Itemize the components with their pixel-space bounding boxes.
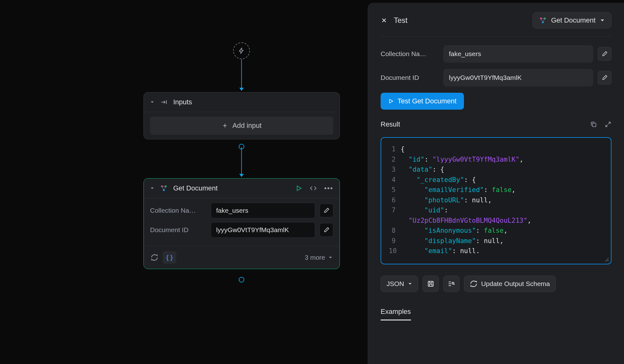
- connector: [241, 60, 242, 88]
- code-line: 5 "emailVerified": false,: [389, 185, 603, 195]
- code-content: "id": "lyyyGw0VtT9YfMq3amlK",: [401, 154, 523, 165]
- search-list-icon: [448, 280, 455, 288]
- line-number: 9: [389, 236, 401, 246]
- more-fields-dropdown[interactable]: 3 more: [305, 254, 333, 261]
- line-number: 1: [389, 144, 401, 154]
- code-content: "email": null.: [401, 246, 480, 256]
- svg-rect-8: [429, 281, 432, 283]
- run-node-icon[interactable]: [295, 185, 302, 192]
- panel-header: Test Get Document: [381, 12, 611, 37]
- save-icon: [427, 280, 434, 288]
- code-line: 10 "email": null.: [389, 246, 603, 256]
- resize-handle-icon[interactable]: [605, 257, 609, 262]
- connector: [241, 147, 242, 174]
- code-content: "data": {: [401, 164, 444, 175]
- pencil-icon: [323, 207, 330, 214]
- close-icon[interactable]: [381, 17, 387, 24]
- edit-collection-button[interactable]: [598, 47, 611, 61]
- test-button[interactable]: Test Get Document: [381, 93, 464, 110]
- code-line: 2 "id": "lyyyGw0VtT9YfMq3amlK",: [389, 154, 603, 165]
- code-content: {: [401, 144, 405, 154]
- format-dropdown-label: JSON: [387, 280, 404, 288]
- line-number: 10: [389, 246, 401, 256]
- svg-rect-9: [429, 284, 432, 286]
- play-icon: [388, 98, 394, 104]
- line-number: 8: [389, 226, 401, 236]
- pencil-icon: [601, 75, 608, 81]
- field-row-docid: Document ID lyyyGw0VtT9YfMq3amlK: [150, 222, 333, 238]
- pencil-icon: [323, 227, 330, 233]
- line-number: 4: [389, 175, 401, 185]
- collection-name-input[interactable]: fake_users: [443, 45, 593, 63]
- code-line: "Uz2pCb8FHBdnVGtoBLMQ4QouL213",: [389, 216, 603, 226]
- inputs-node[interactable]: Inputs Add input: [143, 92, 340, 139]
- chevron-down-icon: [328, 255, 333, 260]
- pencil-icon: [601, 51, 608, 57]
- document-id-value[interactable]: lyyyGw0VtT9YfMq3amlK: [211, 222, 315, 238]
- code-content: "displayName": null,: [401, 236, 504, 246]
- refresh-icon: [470, 280, 477, 288]
- line-number: [389, 216, 401, 226]
- update-schema-button[interactable]: Update Output Schema: [464, 276, 556, 292]
- chevron-down-icon[interactable]: [150, 186, 154, 190]
- json-template-button[interactable]: { }: [163, 251, 176, 264]
- workflow-canvas[interactable]: Inputs Add input Get Document ••• Collec…: [0, 0, 364, 364]
- code-content: "isAnonymous": false,: [401, 226, 507, 236]
- copy-icon[interactable]: [590, 121, 597, 128]
- output-port[interactable]: [239, 277, 244, 283]
- code-content: "emailVerified": false,: [401, 185, 516, 195]
- node-header: Get Document •••: [144, 179, 340, 198]
- collection-name-value[interactable]: fake_users: [211, 203, 315, 218]
- plus-icon: [222, 122, 228, 129]
- trigger-node[interactable]: [233, 42, 250, 59]
- expand-icon[interactable]: [605, 121, 611, 128]
- panel-field-docid: Document ID lyyyGw0VtT9YfMq3amlK: [381, 69, 611, 86]
- bolt-icon: [238, 47, 245, 54]
- node-selector-label: Get Document: [551, 16, 595, 24]
- line-number: 5: [389, 185, 401, 195]
- document-id-input[interactable]: lyyyGw0VtT9YfMq3amlK: [443, 69, 593, 86]
- save-icon-button[interactable]: [423, 276, 439, 292]
- field-label: Document ID: [150, 226, 206, 234]
- node-footer: { } 3 more: [144, 246, 340, 269]
- code-icon[interactable]: [310, 185, 317, 192]
- edit-collection-button[interactable]: [320, 204, 333, 217]
- result-label: Result: [381, 120, 400, 128]
- result-header: Result: [381, 120, 611, 128]
- connector-arrow-icon: [239, 88, 244, 91]
- code-line: 3 "data": {: [389, 164, 603, 175]
- line-number: 6: [389, 195, 401, 205]
- edit-docid-button[interactable]: [598, 71, 611, 85]
- tab-examples[interactable]: Examples: [381, 308, 411, 320]
- svg-rect-6: [592, 123, 596, 127]
- result-toolbar: JSON Update Output Schema: [381, 276, 611, 292]
- field-label: Collection Na…: [150, 207, 206, 214]
- format-dropdown[interactable]: JSON: [381, 276, 418, 292]
- field-label: Document ID: [381, 74, 439, 81]
- field-row-collection: Collection Na… fake_users: [150, 203, 333, 218]
- code-content: "uid":: [401, 205, 448, 216]
- code-content: "Uz2pCb8FHBdnVGtoBLMQ4QouL213",: [401, 216, 531, 226]
- code-line: 8 "isAnonymous": false,: [389, 226, 603, 236]
- get-document-node[interactable]: Get Document ••• Collection Na… fake_use…: [143, 178, 340, 269]
- more-menu-icon[interactable]: •••: [324, 184, 333, 192]
- code-content: "_createdBy": {: [401, 175, 476, 185]
- node-title: Get Document: [173, 184, 290, 192]
- code-line: 9 "displayName": null,: [389, 236, 603, 246]
- loop-icon[interactable]: [151, 254, 158, 261]
- line-number: 7: [389, 205, 401, 216]
- node-type-icon: [160, 185, 168, 192]
- chevron-down-icon: [600, 18, 605, 23]
- line-number: 3: [389, 164, 401, 175]
- chevron-down-icon[interactable]: [150, 100, 154, 104]
- update-schema-label: Update Output Schema: [481, 280, 550, 288]
- result-json[interactable]: 1{2 "id": "lyyyGw0VtT9YfMq3amlK",3 "data…: [381, 137, 611, 264]
- add-input-button[interactable]: Add input: [150, 117, 333, 135]
- connector-arrow-icon: [239, 174, 244, 177]
- line-number: 2: [389, 154, 401, 165]
- search-icon-button[interactable]: [443, 276, 460, 292]
- chevron-down-icon: [408, 282, 412, 286]
- add-input-label: Add input: [232, 122, 262, 130]
- edit-docid-button[interactable]: [320, 223, 333, 237]
- node-selector-dropdown[interactable]: Get Document: [533, 12, 611, 29]
